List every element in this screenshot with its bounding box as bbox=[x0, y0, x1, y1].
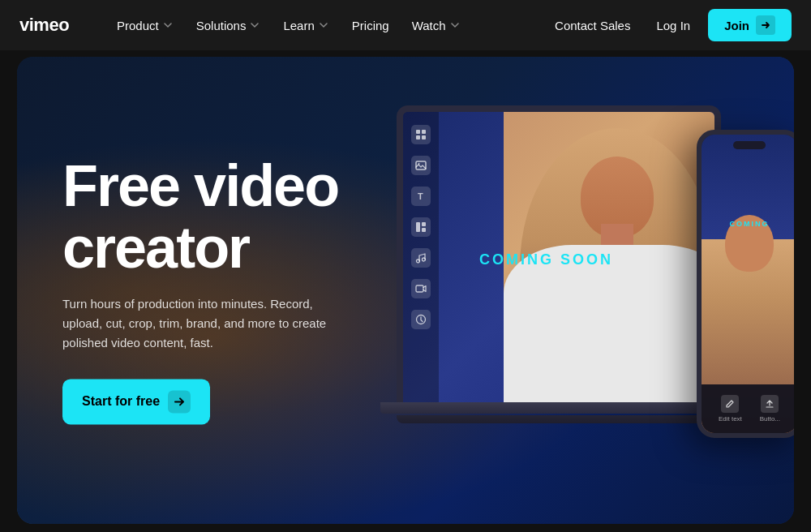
nav-label-product: Product bbox=[117, 19, 159, 32]
hero-description: Turn hours of production into minutes. R… bbox=[62, 295, 338, 354]
phone-button-label: Butto... bbox=[760, 415, 780, 423]
nav-item-learn[interactable]: Learn bbox=[273, 12, 338, 39]
cta-arrow-icon bbox=[168, 391, 191, 414]
svg-rect-4 bbox=[422, 135, 426, 139]
screen-content: T bbox=[403, 112, 714, 407]
hero-section: Free video creator Turn hours of product… bbox=[17, 57, 794, 524]
phone-mockup: COMING Edit text bbox=[697, 130, 794, 438]
chevron-down-icon bbox=[449, 19, 461, 31]
join-button[interactable]: Join bbox=[708, 9, 792, 41]
person-body bbox=[504, 245, 714, 407]
svg-point-12 bbox=[423, 258, 426, 261]
hero-content: Free video creator Turn hours of product… bbox=[62, 156, 419, 424]
laptop-mockup: T bbox=[380, 105, 737, 478]
svg-rect-9 bbox=[422, 222, 426, 226]
svg-rect-2 bbox=[422, 130, 426, 134]
svg-rect-3 bbox=[416, 135, 420, 139]
cta-label: Start for free bbox=[82, 395, 160, 410]
nav-label-pricing: Pricing bbox=[352, 19, 389, 32]
nav-links: Product Solutions Learn Pricing Watch bbox=[107, 12, 547, 39]
nav-item-watch[interactable]: Watch bbox=[402, 12, 470, 39]
coming-soon-text: COMING SOON bbox=[479, 251, 613, 268]
contact-sales-link[interactable]: Contact Sales bbox=[547, 12, 638, 39]
login-link[interactable]: Log In bbox=[648, 12, 698, 39]
nav-label-learn: Learn bbox=[283, 19, 314, 32]
laptop-foot bbox=[397, 415, 721, 423]
phone-screen: COMING Edit text bbox=[702, 135, 794, 433]
start-free-button[interactable]: Start for free bbox=[62, 380, 210, 425]
laptop-base bbox=[380, 402, 737, 414]
upload-icon bbox=[761, 395, 779, 413]
svg-text:vimeo: vimeo bbox=[19, 15, 69, 35]
phone-coming-soon: COMING bbox=[730, 220, 770, 228]
nav-item-solutions[interactable]: Solutions bbox=[187, 12, 271, 39]
nav-label-solutions: Solutions bbox=[196, 19, 247, 32]
chevron-down-icon bbox=[249, 19, 260, 31]
screen-main-area: COMING SOON bbox=[439, 112, 714, 407]
svg-rect-10 bbox=[422, 228, 426, 232]
hero-title: Free video creator bbox=[62, 156, 419, 278]
sidebar-grid-icon bbox=[411, 125, 431, 144]
svg-rect-1 bbox=[416, 130, 420, 134]
pencil-icon bbox=[721, 395, 739, 413]
phone-button-item: Butto... bbox=[760, 395, 780, 423]
nav-item-pricing[interactable]: Pricing bbox=[342, 12, 399, 39]
join-label: Join bbox=[724, 19, 749, 32]
chevron-down-icon bbox=[318, 19, 329, 31]
phone-edit-text-item: Edit text bbox=[719, 395, 742, 423]
nav-item-product[interactable]: Product bbox=[107, 12, 183, 39]
phone-edit-label: Edit text bbox=[719, 415, 742, 423]
phone-notch bbox=[733, 141, 766, 149]
chevron-down-icon bbox=[162, 19, 174, 31]
nav-label-watch: Watch bbox=[412, 19, 446, 32]
laptop-screen: T bbox=[397, 105, 721, 414]
navbar-right: Contact Sales Log In Join bbox=[547, 9, 792, 41]
arrow-icon bbox=[756, 15, 775, 35]
logo[interactable]: vimeo bbox=[19, 15, 84, 35]
navbar: vimeo Product Solutions Learn Pricing Wa… bbox=[0, 0, 811, 50]
phone-bottom-bar: Edit text Butto... bbox=[702, 384, 794, 433]
hero-mockup: T bbox=[380, 81, 794, 503]
